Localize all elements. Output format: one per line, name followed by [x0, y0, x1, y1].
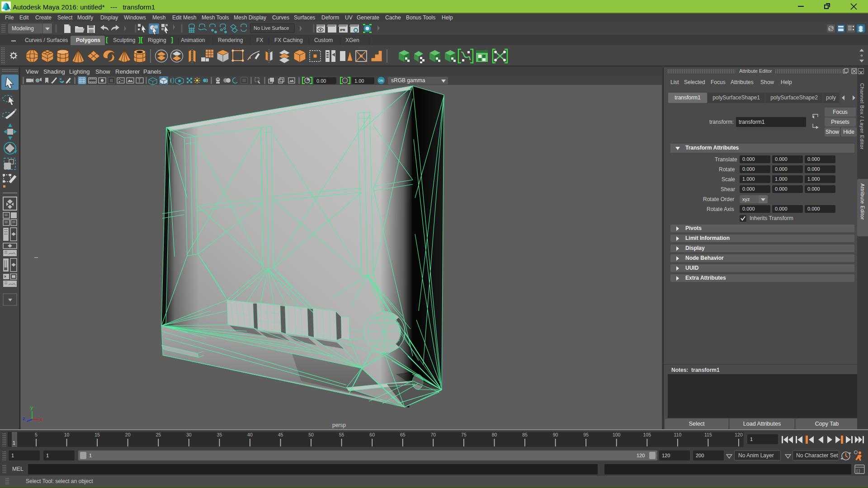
svg-text:10: 10	[64, 432, 70, 437]
svg-text:65: 65	[400, 432, 406, 437]
svg-text:5: 5	[35, 432, 38, 437]
svg-text:40: 40	[247, 432, 253, 437]
svg-text:50: 50	[308, 432, 314, 437]
svg-text:95: 95	[583, 432, 589, 437]
svg-text:IPR: IPR	[340, 28, 345, 32]
svg-text:{;}: {;}	[856, 469, 860, 473]
svg-text:20: 20	[125, 432, 131, 437]
svg-text:85: 85	[522, 432, 528, 437]
svg-text:110: 110	[674, 432, 682, 437]
svg-text:z: z	[23, 416, 25, 421]
svg-text:T: T	[138, 78, 141, 83]
svg-text:x: x	[40, 417, 43, 422]
svg-text:30: 30	[186, 432, 192, 437]
svg-text:80: 80	[492, 432, 497, 437]
svg-text:120: 120	[735, 432, 743, 437]
svg-text:115: 115	[704, 432, 712, 437]
svg-text:60: 60	[369, 432, 375, 437]
svg-text:1.00: 1.00	[354, 78, 364, 84]
svg-text:35: 35	[217, 432, 222, 437]
svg-text:persp: persp	[332, 422, 346, 428]
svg-text:25: 25	[156, 432, 161, 437]
svg-text:45: 45	[278, 432, 283, 437]
svg-text:100: 100	[613, 432, 621, 437]
svg-text:70: 70	[430, 432, 436, 437]
svg-text:90: 90	[553, 432, 558, 437]
svg-text:0.00: 0.00	[316, 78, 326, 84]
svg-text:75: 75	[461, 432, 467, 437]
svg-text:ON: ON	[378, 79, 383, 82]
svg-text:105: 105	[643, 432, 651, 437]
svg-text:15: 15	[94, 432, 100, 437]
svg-text:MAYA: MAYA	[6, 9, 11, 11]
svg-text:55: 55	[339, 432, 344, 437]
svg-text:y: y	[30, 405, 33, 410]
